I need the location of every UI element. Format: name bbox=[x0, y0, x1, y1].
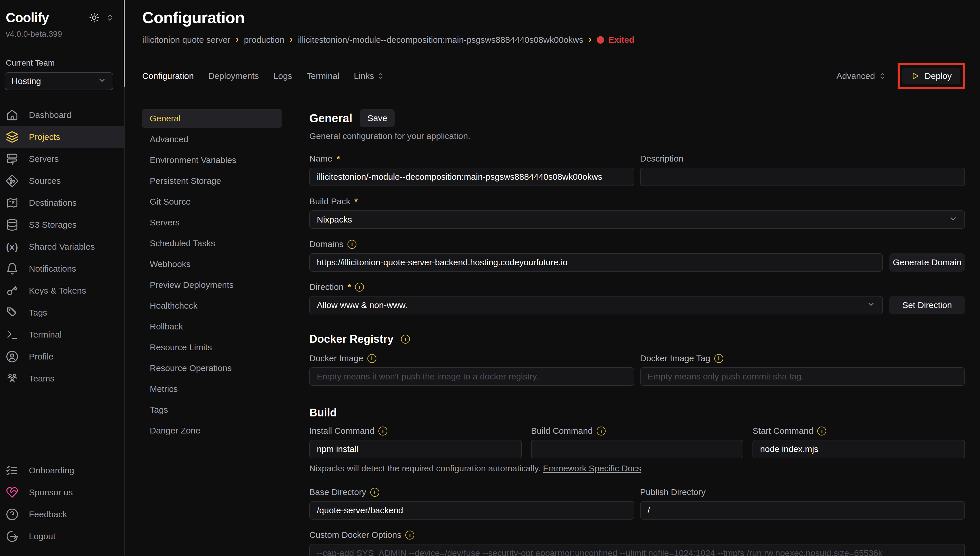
chevron-down-icon bbox=[867, 300, 875, 311]
tab-configuration[interactable]: Configuration bbox=[142, 71, 194, 81]
publish-directory-input[interactable] bbox=[640, 501, 965, 520]
tab-links[interactable]: Links bbox=[354, 71, 385, 81]
sidebar-item-tags[interactable]: Tags bbox=[0, 302, 124, 324]
subnav-item-resource-operations[interactable]: Resource Operations bbox=[142, 359, 281, 377]
name-label: Name bbox=[309, 154, 332, 163]
info-icon[interactable]: i bbox=[405, 530, 414, 540]
sidebar-item-teams[interactable]: Teams bbox=[0, 368, 124, 390]
install-command-input[interactable] bbox=[309, 440, 522, 458]
sidebar-item-label: Keys & Tokens bbox=[29, 286, 86, 296]
build-pack-select[interactable]: Nixpacks bbox=[309, 210, 965, 229]
deploy-button[interactable]: Deploy bbox=[902, 68, 961, 84]
subnav-item-webhooks[interactable]: Webhooks bbox=[142, 255, 281, 273]
chevron-right-icon: › bbox=[236, 34, 239, 45]
sidebar-item-label: Projects bbox=[29, 132, 60, 142]
subnav-item-metrics[interactable]: Metrics bbox=[142, 380, 281, 398]
required-asterisk: * bbox=[354, 197, 358, 206]
tab-terminal[interactable]: Terminal bbox=[307, 71, 340, 81]
breadcrumb-application[interactable]: illicitestonion/-module--decomposition:m… bbox=[298, 35, 583, 45]
subnav-item-preview-deployments[interactable]: Preview Deployments bbox=[142, 276, 281, 294]
info-icon[interactable]: i bbox=[378, 427, 387, 435]
base-directory-input[interactable] bbox=[309, 501, 634, 520]
docker-image-input[interactable] bbox=[309, 367, 634, 386]
subnav-item-git-source[interactable]: Git Source bbox=[142, 192, 281, 211]
sidebar-item-onboarding[interactable]: Onboarding bbox=[0, 459, 124, 482]
sidebar-item-sponsor[interactable]: Sponsor us bbox=[0, 482, 124, 503]
advanced-dropdown[interactable]: Advanced bbox=[836, 71, 886, 81]
app-version: v4.0.0-beta.399 bbox=[0, 26, 124, 39]
subnav-item-scheduled-tasks[interactable]: Scheduled Tasks bbox=[142, 234, 281, 252]
sidebar-item-label: Sponsor us bbox=[29, 488, 73, 497]
subnav-item-advanced[interactable]: Advanced bbox=[142, 130, 281, 149]
list-checks-icon bbox=[6, 464, 18, 477]
team-select[interactable]: Hosting bbox=[5, 72, 113, 90]
sidebar-item-notifications[interactable]: Notifications bbox=[0, 258, 124, 280]
generate-domain-button[interactable]: Generate Domain bbox=[889, 253, 965, 272]
subnav-item-persistent-storage[interactable]: Persistent Storage bbox=[142, 172, 281, 190]
theme-select-chevrons-icon[interactable] bbox=[106, 14, 114, 22]
chevron-down-icon bbox=[949, 215, 957, 225]
start-command-label: Start Command bbox=[752, 426, 813, 436]
tags-icon bbox=[6, 306, 18, 319]
sidebar-item-logout[interactable]: Logout bbox=[0, 525, 124, 547]
sidebar-item-feedback[interactable]: Feedback bbox=[0, 503, 124, 525]
sidebar-item-destinations[interactable]: Destinations bbox=[0, 192, 124, 214]
config-subnav: General Advanced Environment Variables P… bbox=[142, 109, 281, 556]
subnav-item-general[interactable]: General bbox=[142, 109, 281, 128]
sidebar-item-sources[interactable]: Sources bbox=[0, 170, 124, 192]
description-input[interactable] bbox=[640, 168, 965, 186]
sidebar-item-label: Tags bbox=[29, 308, 47, 318]
domains-input[interactable] bbox=[309, 253, 883, 272]
set-direction-button[interactable]: Set Direction bbox=[889, 296, 965, 314]
subnav-item-healthcheck[interactable]: Healthcheck bbox=[142, 296, 281, 315]
subnav-item-servers[interactable]: Servers bbox=[142, 213, 281, 232]
chevrons-up-down-icon bbox=[878, 72, 886, 80]
subnav-item-environment-variables[interactable]: Environment Variables bbox=[142, 151, 281, 169]
sidebar-item-dashboard[interactable]: Dashboard bbox=[0, 104, 124, 126]
subnav-item-rollback[interactable]: Rollback bbox=[142, 317, 281, 336]
name-input[interactable] bbox=[309, 168, 634, 186]
info-icon[interactable]: i bbox=[367, 354, 377, 363]
build-section-title: Build bbox=[309, 407, 337, 419]
subnav-item-danger-zone[interactable]: Danger Zone bbox=[142, 421, 281, 440]
sidebar-item-profile[interactable]: Profile bbox=[0, 346, 124, 368]
nixpacks-hint: Nixpacks will detect the required config… bbox=[309, 464, 965, 474]
sidebar-item-shared-variables[interactable]: (x) Shared Variables bbox=[0, 236, 124, 258]
direction-select[interactable]: Allow www & non-www. bbox=[309, 296, 883, 314]
sidebar-item-label: Feedback bbox=[29, 509, 67, 519]
sidebar-item-keys-tokens[interactable]: Keys & Tokens bbox=[0, 280, 124, 302]
breadcrumb-environment[interactable]: production bbox=[244, 35, 285, 45]
status-text: Exited bbox=[608, 35, 634, 45]
required-asterisk: * bbox=[348, 282, 351, 292]
tab-deployments[interactable]: Deployments bbox=[208, 71, 259, 81]
heart-handshake-icon bbox=[6, 486, 18, 499]
form-subtitle: General configuration for your applicati… bbox=[309, 131, 965, 141]
sidebar-item-projects[interactable]: Projects bbox=[0, 126, 124, 148]
save-button[interactable]: Save bbox=[360, 109, 395, 127]
info-icon[interactable]: i bbox=[370, 488, 379, 497]
info-icon[interactable]: i bbox=[355, 283, 364, 292]
sidebar-item-label: Terminal bbox=[29, 330, 61, 339]
subnav-item-resource-limits[interactable]: Resource Limits bbox=[142, 338, 281, 357]
sidebar-item-servers[interactable]: Servers bbox=[0, 148, 124, 170]
sidebar-item-s3-storages[interactable]: S3 Storages bbox=[0, 214, 124, 236]
docker-image-tag-input[interactable] bbox=[640, 367, 965, 386]
tab-logs[interactable]: Logs bbox=[273, 71, 292, 81]
sidebar-item-terminal[interactable]: Terminal bbox=[0, 324, 124, 346]
subnav-item-tags[interactable]: Tags bbox=[142, 401, 281, 419]
custom-docker-options-input[interactable] bbox=[309, 544, 965, 556]
breadcrumb-project[interactable]: illicitonion quote server bbox=[142, 35, 230, 45]
framework-docs-link[interactable]: Framework Specific Docs bbox=[543, 464, 641, 473]
info-icon[interactable]: i bbox=[401, 335, 410, 344]
info-icon[interactable]: i bbox=[817, 427, 826, 435]
breadcrumb: illicitonion quote server › production ›… bbox=[142, 34, 965, 45]
info-icon[interactable]: i bbox=[348, 240, 356, 249]
start-command-input[interactable] bbox=[752, 440, 965, 458]
general-form: General Save General configuration for y… bbox=[309, 109, 965, 556]
info-icon[interactable]: i bbox=[714, 354, 723, 363]
build-pack-label: Build Pack bbox=[309, 197, 350, 206]
theme-toggle-sun-icon[interactable] bbox=[89, 13, 99, 23]
sidebar-item-label: Destinations bbox=[29, 198, 77, 208]
build-command-input[interactable] bbox=[531, 440, 744, 458]
info-icon[interactable]: i bbox=[597, 427, 606, 435]
